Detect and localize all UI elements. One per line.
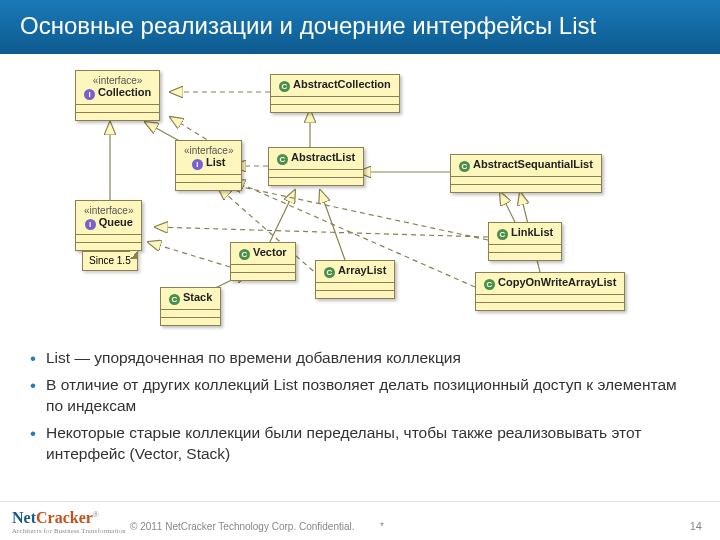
class-linklist: CLinkList [488, 222, 562, 261]
class-vector: CVector [230, 242, 296, 281]
svg-line-14 [155, 227, 488, 237]
page-number: 14 [690, 520, 702, 532]
class-queue: «interface»IQueue [75, 200, 142, 251]
class-collection: «interface»ICollection [75, 70, 160, 121]
uml-diagram: «interface»ICollection CAbstractCollecti… [20, 62, 700, 342]
class-copyonwritearraylist: CCopyOnWriteArrayList [475, 272, 625, 311]
class-abstract-list: CAbstractList [268, 147, 364, 186]
svg-line-9 [500, 192, 515, 222]
note-since: Since 1.5 [82, 251, 138, 271]
class-stack: CStack [160, 287, 221, 326]
class-abstract-collection: CAbstractCollection [270, 74, 400, 113]
class-list: «interface»IList [175, 140, 242, 191]
class-abstract-sequential-list: CAbstractSequantialList [450, 154, 602, 193]
svg-line-16 [228, 184, 488, 240]
footer: NetCracker® Architects for Business Tran… [0, 501, 720, 540]
class-arraylist: CArrayList [315, 260, 395, 299]
footer-marker: * [380, 521, 384, 532]
bullet-list: List — упорядоченная по времени добавлен… [30, 348, 690, 465]
bullet-item: Некоторые старые коллекции были передела… [30, 423, 690, 465]
slide-title: Основные реализации и дочерние интерфейс… [0, 0, 720, 54]
bullet-item: В отличие от других коллекций List позво… [30, 375, 690, 417]
bullet-item: List — упорядоченная по времени добавлен… [30, 348, 690, 369]
svg-line-12 [148, 242, 230, 267]
copyright-text: © 2011 NetCracker Technology Corp. Confi… [130, 521, 355, 532]
svg-line-8 [320, 190, 345, 260]
logo: NetCracker® Architects for Business Tran… [12, 509, 126, 534]
